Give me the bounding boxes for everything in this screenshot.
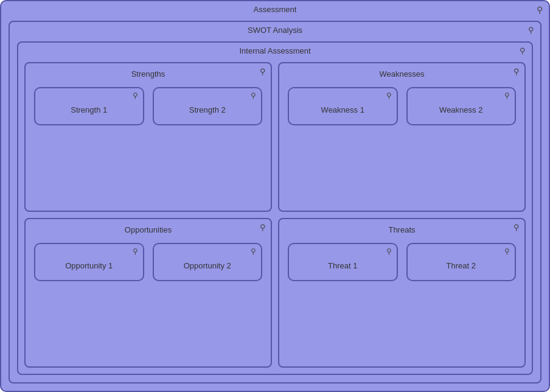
strength-2-box[interactable]: ⚲ Strength 2 — [153, 87, 263, 125]
quadrants-grid: Strengths ⚲ ⚲ Strength 1 ⚲ Strength 2 — [24, 62, 526, 368]
threat-2-search-icon[interactable]: ⚲ — [504, 247, 510, 256]
opportunities-items: ⚲ Opportunity 1 ⚲ Opportunity 2 — [30, 240, 266, 284]
threat-2-box[interactable]: ⚲ Threat 2 — [406, 243, 517, 281]
threats-search-icon[interactable]: ⚲ — [513, 223, 520, 232]
root-container: Assessment ⚲ SWOT Analysis ⚲ Internal As… — [0, 0, 550, 392]
strength-1-label: Strength 1 — [71, 105, 107, 114]
threat-1-box[interactable]: ⚲ Threat 1 — [288, 243, 398, 281]
opportunities-search-icon[interactable]: ⚲ — [260, 223, 266, 232]
strengths-title: Strengths — [30, 68, 266, 79]
opportunity-2-box[interactable]: ⚲ Opportunity 2 — [153, 243, 263, 281]
opportunities-quadrant: Opportunities ⚲ ⚲ Opportunity 1 ⚲ Opport… — [24, 218, 272, 368]
weakness-2-search-icon[interactable]: ⚲ — [504, 91, 510, 100]
threat-1-search-icon[interactable]: ⚲ — [386, 247, 392, 256]
internal-title: Internal Assessment — [18, 43, 532, 58]
internal-search-icon[interactable]: ⚲ — [520, 46, 526, 55]
strength-2-label: Strength 2 — [189, 105, 226, 114]
strength-1-search-icon[interactable]: ⚲ — [133, 91, 138, 100]
threats-title: Threats — [284, 224, 520, 234]
opportunity-2-label: Opportunity 2 — [184, 261, 231, 270]
weaknesses-search-icon[interactable]: ⚲ — [513, 67, 520, 76]
root-title: Assessment — [1, 1, 549, 16]
opportunities-title: Opportunities — [30, 224, 266, 234]
weakness-1-box[interactable]: ⚲ Weakness 1 — [288, 87, 398, 125]
weaknesses-title: Weaknesses — [284, 68, 520, 79]
weakness-1-label: Weakness 1 — [321, 105, 364, 114]
weakness-2-label: Weakness 2 — [439, 105, 482, 114]
strengths-search-icon[interactable]: ⚲ — [260, 67, 266, 76]
threat-1-label: Threat 1 — [328, 261, 357, 270]
swot-search-icon[interactable]: ⚲ — [528, 26, 534, 35]
weaknesses-items: ⚲ Weakness 1 ⚲ Weakness 2 — [284, 85, 520, 128]
weakness-2-box[interactable]: ⚲ Weakness 2 — [406, 87, 517, 125]
strength-2-search-icon[interactable]: ⚲ — [251, 91, 256, 100]
opportunity-1-label: Opportunity 1 — [65, 261, 113, 270]
opportunity-1-search-icon[interactable]: ⚲ — [133, 247, 138, 256]
opportunity-1-box[interactable]: ⚲ Opportunity 1 — [34, 243, 144, 281]
opportunity-2-search-icon[interactable]: ⚲ — [251, 247, 256, 256]
weaknesses-quadrant: Weaknesses ⚲ ⚲ Weakness 1 ⚲ Weakness 2 — [278, 62, 526, 212]
threats-quadrant: Threats ⚲ ⚲ Threat 1 ⚲ Threat 2 — [278, 218, 526, 368]
weakness-1-search-icon[interactable]: ⚲ — [386, 91, 392, 100]
swot-container: SWOT Analysis ⚲ Internal Assessment ⚲ St… — [9, 21, 541, 383]
swot-title: SWOT Analysis — [10, 22, 540, 37]
strengths-quadrant: Strengths ⚲ ⚲ Strength 1 ⚲ Strength 2 — [24, 62, 272, 212]
threat-2-label: Threat 2 — [447, 261, 476, 270]
root-search-icon[interactable]: ⚲ — [537, 5, 543, 15]
internal-container: Internal Assessment ⚲ Strengths ⚲ ⚲ Stre… — [17, 41, 533, 375]
strength-1-box[interactable]: ⚲ Strength 1 — [34, 87, 144, 125]
strengths-items: ⚲ Strength 1 ⚲ Strength 2 — [30, 85, 266, 128]
threats-items: ⚲ Threat 1 ⚲ Threat 2 — [284, 240, 520, 284]
